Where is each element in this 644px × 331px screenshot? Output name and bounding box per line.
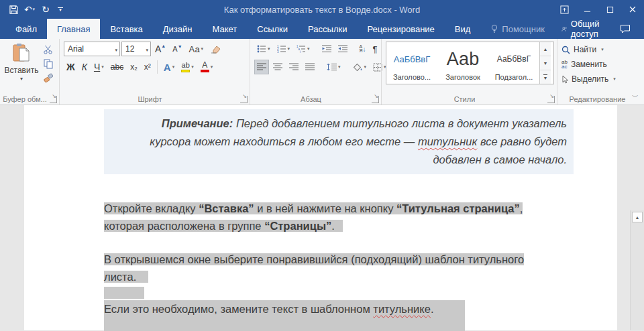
- copy-button[interactable]: [40, 58, 56, 70]
- ribbon-home: Вставить ▾ Буфер обм...: [0, 39, 644, 105]
- font-size-combo[interactable]: 12: [121, 42, 151, 56]
- style-item-subtitle[interactable]: АаБбВвГ Подзагол...: [488, 42, 539, 84]
- bullets-button[interactable]: [254, 42, 273, 56]
- highlight-icon: ab: [181, 62, 190, 72]
- font-dialog-launcher[interactable]: [240, 96, 248, 103]
- justify-button[interactable]: [303, 60, 317, 74]
- tab-file[interactable]: Файл: [5, 19, 47, 39]
- text-effects-button[interactable]: А: [161, 60, 177, 74]
- superscript-button[interactable]: x²: [142, 60, 154, 74]
- tab-assistant-label: Помощник: [502, 24, 545, 34]
- font-family-value: Arial: [68, 44, 84, 54]
- find-button-label: Найти: [574, 45, 596, 54]
- change-case-button[interactable]: Аа: [186, 42, 207, 56]
- group-font-label: Шрифт: [60, 95, 240, 103]
- paste-button-label: Вставить: [5, 66, 39, 75]
- scrollbar-up-button[interactable]: ▲: [632, 212, 643, 222]
- vertical-scrollbar[interactable]: ▲: [630, 210, 644, 330]
- font-color-icon: А: [201, 62, 209, 72]
- numbering-button[interactable]: 123: [274, 42, 293, 56]
- group-paragraph-label: Абзац: [250, 95, 372, 103]
- group-styles: АаБбВвГ Заголово... Ааb Заголовок АаБбВв…: [381, 39, 557, 105]
- clear-formatting-button[interactable]: [207, 42, 223, 56]
- ribbon-display-options-button[interactable]: [553, 0, 576, 19]
- paste-button[interactable]: Вставить ▾: [4, 42, 39, 84]
- paragraph-1-line-1: Откройте вкладку “Вставка” и в ней нажми…: [104, 200, 578, 217]
- grow-font-button[interactable]: А▲: [152, 42, 168, 56]
- tab-assistant[interactable]: Помощник: [480, 19, 555, 39]
- text-highlight-button[interactable]: ab: [178, 60, 197, 74]
- show-formatting-button[interactable]: ¶: [370, 42, 380, 56]
- align-right-button[interactable]: [286, 60, 301, 74]
- group-clipboard: Вставить ▾ Буфер обм...: [0, 39, 59, 105]
- paragraph-3: Если это необходимо, замените текст в ша…: [104, 300, 465, 331]
- format-painter-button[interactable]: [40, 72, 56, 84]
- paragraph-dialog-launcher[interactable]: [372, 96, 379, 103]
- paragraph-1-line-2: которая расположена в группе “Страницы”.: [104, 217, 578, 235]
- tab-design[interactable]: Дизайн: [153, 19, 203, 39]
- font-family-caret-icon: [113, 44, 117, 54]
- style-item-heading2[interactable]: АаБбВвГ Заголово...: [386, 42, 437, 84]
- share-button-label: Общий доступ: [571, 19, 604, 39]
- styles-dialog-launcher[interactable]: [547, 96, 555, 103]
- comment-icon: [620, 24, 631, 34]
- share-button[interactable]: Общий доступ: [555, 19, 610, 39]
- tab-layout[interactable]: Макет: [202, 19, 247, 39]
- pilcrow-icon: ¶: [373, 44, 378, 54]
- title-bar: ↶ ▾ ↻ ▾ Как отформатировать текст в Ворд…: [0, 0, 644, 19]
- customize-qat-button[interactable]: ▾: [58, 7, 63, 11]
- tabrow-right: Общий доступ: [555, 19, 644, 39]
- cut-button[interactable]: [40, 44, 56, 56]
- selected-empty-paragraph: [104, 287, 144, 299]
- select-button[interactable]: Выделить: [561, 72, 635, 86]
- note-line-2: курсора может находиться в любом его мес…: [111, 133, 567, 151]
- document-page[interactable]: Примечание: Перед добавлением титульного…: [24, 105, 617, 330]
- qat-more-icon: ▾: [59, 9, 62, 11]
- shrink-font-button[interactable]: А▼: [170, 42, 184, 56]
- style-item-heading[interactable]: Ааb Заголовок: [437, 42, 488, 84]
- multilevel-list-button[interactable]: 1аi: [294, 42, 313, 56]
- styles-scroll-up-button[interactable]: ▲: [540, 42, 551, 56]
- find-button[interactable]: Найти: [561, 43, 635, 56]
- minimize-button[interactable]: [576, 0, 598, 19]
- redo-button[interactable]: ↻: [39, 2, 52, 17]
- shading-button[interactable]: [350, 60, 370, 74]
- tab-insert[interactable]: Вставка: [100, 19, 152, 39]
- group-clipboard-label: Буфер обм...: [0, 95, 50, 103]
- note-line-1: Примечание: Перед добавлением титульного…: [111, 115, 567, 133]
- undo-caret-icon: ▾: [33, 7, 36, 12]
- maximize-button[interactable]: [598, 0, 621, 19]
- close-button[interactable]: [621, 0, 644, 19]
- font-size-value: 12: [125, 44, 134, 54]
- save-icon[interactable]: [7, 2, 20, 17]
- tab-references[interactable]: Ссылки: [247, 19, 298, 39]
- strikethrough-button[interactable]: abc: [108, 60, 126, 74]
- italic-button[interactable]: К: [79, 60, 90, 74]
- tab-mailings[interactable]: Рассылки: [298, 19, 357, 39]
- styles-more-button[interactable]: ▼: [540, 70, 551, 84]
- font-family-combo[interactable]: Arial: [64, 42, 120, 56]
- tab-review[interactable]: Рецензирование: [357, 19, 444, 39]
- collapse-ribbon-button[interactable]: ﹀: [632, 92, 639, 102]
- numbering-icon: 123: [277, 45, 286, 53]
- comments-button[interactable]: [613, 24, 637, 34]
- line-spacing-button[interactable]: [324, 60, 343, 74]
- window-controls: [553, 0, 644, 19]
- underline-button[interactable]: Ч: [91, 60, 107, 74]
- select-button-label: Выделить: [572, 74, 608, 84]
- clipboard-dialog-launcher[interactable]: [50, 96, 57, 103]
- undo-button[interactable]: ↶ ▾: [23, 2, 36, 17]
- styles-scroll-down-button[interactable]: ▼: [540, 56, 551, 70]
- tab-home[interactable]: Главная: [47, 19, 100, 39]
- tab-view[interactable]: Вид: [445, 19, 481, 39]
- sort-button[interactable]: А Я ↓: [357, 42, 369, 56]
- font-color-button[interactable]: А: [198, 60, 216, 74]
- align-center-button[interactable]: [270, 60, 285, 74]
- decrease-indent-button[interactable]: [319, 42, 334, 56]
- scroll-up-icon: ▲: [635, 215, 640, 220]
- bold-button[interactable]: Ж: [64, 60, 78, 74]
- replace-button[interactable]: ab ac Заменить: [561, 58, 635, 71]
- increase-indent-button[interactable]: [335, 42, 350, 56]
- align-left-button[interactable]: [254, 60, 269, 74]
- subscript-button[interactable]: x₂: [127, 60, 140, 74]
